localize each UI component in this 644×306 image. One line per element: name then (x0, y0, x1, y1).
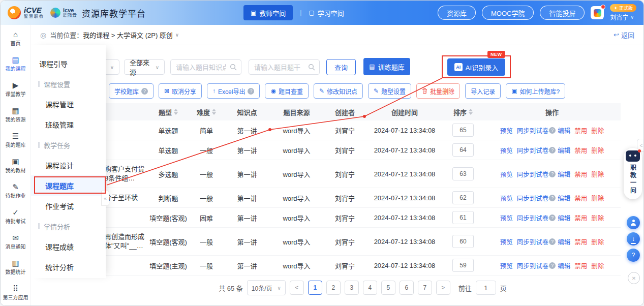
knowledge-search-input[interactable] (175, 63, 227, 72)
edit-link[interactable]: 编辑 (558, 261, 570, 270)
sync-to-paper-link[interactable]: 同步到试卷 (517, 169, 549, 179)
training-bank-button[interactable]: ▤ 训练题库 (363, 58, 410, 75)
page-button-4[interactable]: 4 (363, 281, 377, 295)
delete-link[interactable]: 删除 (591, 213, 604, 223)
disable-link[interactable]: 禁用 (574, 126, 587, 135)
smart-cast-button[interactable]: 智能投屏 (540, 6, 585, 20)
goto-page-input[interactable] (476, 281, 496, 295)
page-button-5[interactable]: 5 (381, 281, 395, 295)
question-type-settings-button[interactable]: ✎ 题型设置 (368, 83, 411, 99)
prev-page-button[interactable]: < (290, 281, 304, 295)
order-input[interactable]: 59 (452, 259, 474, 272)
page-size-select[interactable]: 10条/页 ∨ (247, 280, 286, 295)
upload-help-button[interactable]: ▣ 如何上传题库? (506, 83, 565, 99)
menu-item-class-management[interactable]: 班级管理 (31, 114, 106, 135)
delete-link[interactable]: 删除 (591, 237, 604, 247)
preview-link[interactable]: 预览 (500, 261, 513, 270)
preview-link[interactable]: 预览 (500, 169, 513, 179)
breadcrumb-path[interactable]: 我的课程 > 大学语文 (2P) 原创 (83, 30, 173, 40)
menu-item-course-management[interactable]: 课程管理 (31, 94, 106, 114)
disable-link[interactable]: 禁用 (574, 193, 587, 203)
batch-delete-button[interactable]: 批量删除 (416, 83, 460, 99)
sidebar-item-notifications[interactable]: ✉ 消息通知 (1, 229, 31, 255)
stem-search-input[interactable] (253, 63, 305, 72)
help-icon[interactable]: ? (549, 127, 556, 134)
back-button[interactable]: ↩ 返回 (614, 30, 634, 40)
menu-item-course-grades[interactable]: 课程成绩 (31, 236, 106, 257)
edit-link[interactable]: 编辑 (558, 126, 570, 135)
duplicate-check-button[interactable]: ◉ 题目查重 (265, 83, 309, 99)
search-button[interactable]: 查询 (326, 59, 356, 75)
menu-collapse-icon[interactable]: « (101, 191, 109, 206)
preview-link[interactable]: 预览 (500, 213, 513, 223)
resource-library-button[interactable]: 资源库 (438, 6, 476, 20)
source-select[interactable]: 全部来源 ∨ (124, 59, 165, 75)
help-float-button[interactable]: ? (627, 249, 640, 262)
help-icon[interactable]: ? (141, 88, 148, 95)
edit-link[interactable]: 编辑 (558, 169, 570, 179)
page-button-7[interactable]: 7 (418, 281, 432, 295)
disable-link[interactable]: 禁用 (574, 145, 587, 155)
edit-link[interactable]: 编辑 (558, 145, 570, 155)
sort-icon[interactable] (469, 109, 473, 115)
ai-import-button[interactable]: AI AI识别录入 (447, 58, 505, 76)
icve-logo[interactable]: iCVE 智慧职教 (8, 6, 44, 19)
learning-space-button[interactable]: ▢ 学习空间 (309, 8, 344, 18)
close-float-button[interactable]: ✕ (628, 272, 640, 284)
preview-link[interactable]: 预览 (500, 237, 513, 247)
delete-link[interactable]: 删除 (591, 145, 604, 155)
sidebar-item-statistics[interactable]: ▥ 数据统计 (1, 255, 31, 280)
help-icon[interactable]: ? (549, 171, 556, 177)
assistant-widget[interactable]: 职教一问 (624, 148, 642, 199)
disable-link[interactable]: 禁用 (574, 261, 587, 270)
sort-icon[interactable] (174, 109, 178, 115)
next-page-button[interactable]: > (436, 281, 450, 295)
excel-export-button[interactable]: ↑ Excel导出 ? (207, 83, 260, 99)
sync-to-paper-link[interactable]: 同步到试卷 (517, 261, 549, 270)
help-icon[interactable]: ? (549, 262, 556, 269)
menu-item-course-guide[interactable]: 课程引导 (31, 53, 106, 74)
sidebar-item-third-party[interactable]: ⠿ 第三方应用 (1, 280, 31, 305)
preview-link[interactable]: 预览 (500, 145, 513, 155)
sync-to-paper-link[interactable]: 同步到试卷 (517, 193, 549, 203)
order-input[interactable]: 65 (452, 124, 474, 137)
edit-link[interactable]: 编辑 (558, 193, 570, 203)
sidebar-item-my-resources[interactable]: ▦ 我的资源 (1, 102, 31, 128)
breadcrumb-caret-icon[interactable]: ∨ (175, 32, 179, 38)
page-button-2[interactable]: 2 (326, 281, 341, 295)
sync-to-paper-link[interactable]: 同步到试卷 (517, 126, 549, 135)
order-input[interactable]: 61 (452, 211, 474, 224)
mooc-college-button[interactable]: MOOC学院 (482, 6, 534, 20)
order-input[interactable]: 64 (452, 143, 474, 157)
sync-to-paper-link[interactable]: 同步到试卷 (517, 237, 549, 247)
order-input[interactable]: 62 (452, 191, 474, 204)
sidebar-item-pending-exams[interactable]: ✓ 待批考试 (1, 204, 31, 229)
teacher-space-button[interactable]: ▣ 教师空间 (243, 5, 293, 20)
edit-link[interactable]: 编辑 (558, 213, 570, 223)
page-button-3[interactable]: 3 (345, 281, 359, 295)
help-icon[interactable]: ? (549, 147, 556, 154)
help-icon[interactable]: ? (248, 88, 254, 95)
sync-to-paper-link[interactable]: 同步到试卷 (517, 213, 549, 223)
user-menu[interactable]: 刘宵宁 ∨ (610, 13, 634, 21)
import-history-button[interactable]: 导入记录 (465, 83, 501, 99)
sync-to-paper-link[interactable]: 同步到试卷 (517, 145, 549, 155)
delete-link[interactable]: 删除 (591, 126, 604, 135)
disable-link[interactable]: 禁用 (574, 213, 587, 223)
help-icon[interactable]: ? (549, 238, 556, 245)
order-input[interactable]: 60 (452, 235, 474, 248)
help-icon[interactable]: ? (549, 195, 556, 201)
preview-link[interactable]: 预览 (500, 126, 513, 135)
download-float-button[interactable]: ↓ (627, 232, 640, 246)
cancel-share-button[interactable]: ⊠ 取消分享 (159, 83, 202, 99)
apps-icon[interactable] (591, 6, 604, 19)
sidebar-item-home[interactable]: ⌂ 首页 (1, 26, 31, 51)
school-bank-button[interactable]: 学校题库 ? (109, 83, 154, 99)
zhijiaoyun-logo[interactable]: icve 职教云 (50, 7, 77, 18)
sort-icon[interactable] (212, 109, 216, 115)
preview-link[interactable]: 预览 (500, 193, 513, 203)
sidebar-item-textbooks[interactable]: ▣ 我的教材 (1, 153, 31, 178)
edit-knowledge-button[interactable]: ✎ 修改知识点 (314, 83, 363, 99)
edit-link[interactable]: 编辑 (558, 237, 570, 247)
sidebar-item-my-courses[interactable]: ▤ 我的课程 (1, 51, 31, 77)
